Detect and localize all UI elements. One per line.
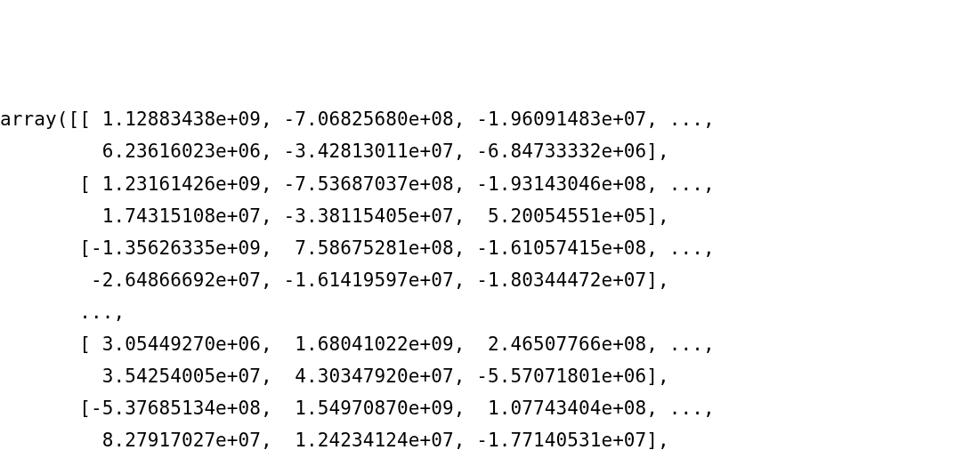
array-line: 3.54254005e+07, 4.30347920e+07, -5.57071… xyxy=(0,366,669,387)
array-line: ..., xyxy=(0,301,125,323)
array-line: [ 1.23161426e+09, -7.53687037e+08, -1.93… xyxy=(0,173,715,195)
array-line: 6.23616023e+06, -3.42813011e+07, -6.8473… xyxy=(0,141,669,162)
array-line: array([[ 1.12883438e+09, -7.06825680e+08… xyxy=(0,108,715,130)
array-line: [-5.37685134e+08, 1.54970870e+09, 1.0774… xyxy=(0,398,715,419)
array-line: 8.27917027e+07, 1.24234124e+07, -1.77140… xyxy=(0,430,669,450)
array-line: [ 3.05449270e+06, 1.68041022e+09, 2.4650… xyxy=(0,333,715,355)
array-line: 1.74315108e+07, -3.38115405e+07, 5.20054… xyxy=(0,205,669,227)
array-line: -2.64866692e+07, -1.61419597e+07, -1.803… xyxy=(0,269,669,291)
numpy-array-output: array([[ 1.12883438e+09, -7.06825680e+08… xyxy=(0,96,980,450)
array-line: [-1.35626335e+09, 7.58675281e+08, -1.610… xyxy=(0,237,715,259)
